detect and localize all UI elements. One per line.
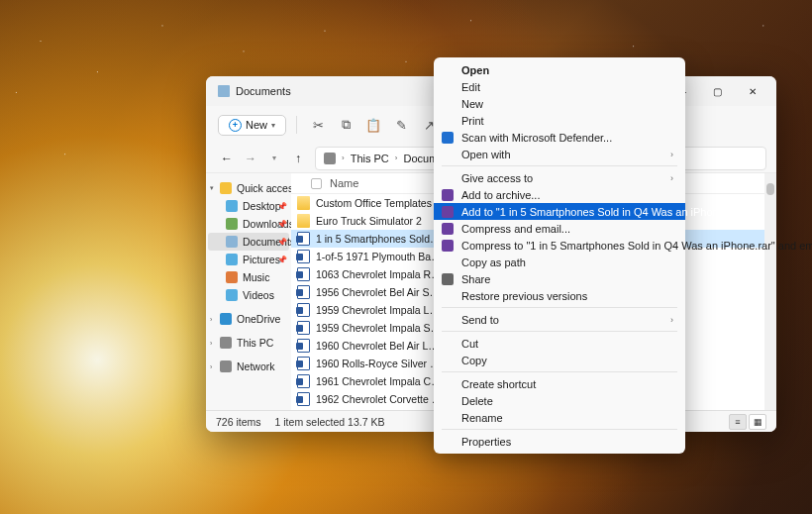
back-button[interactable]: ← bbox=[216, 147, 238, 170]
context-open[interactable]: Open bbox=[434, 61, 685, 78]
maximize-button[interactable]: ▢ bbox=[699, 76, 735, 106]
word-doc-icon bbox=[297, 232, 310, 246]
file-name: 1959 Chevrolet Impala Left America Searc… bbox=[316, 304, 443, 316]
menu-item-label: Send to bbox=[461, 314, 499, 326]
chevron-right-icon: › bbox=[342, 154, 345, 162]
sidebar-item-documents[interactable]: Documents📌 bbox=[208, 233, 289, 251]
menu-item-label: Cut bbox=[461, 338, 478, 350]
chevron-right-icon: › bbox=[670, 150, 673, 159]
word-doc-icon bbox=[297, 321, 310, 335]
menu-item-label: Compress and email... bbox=[461, 223, 570, 235]
menu-item-label: Give access to bbox=[461, 172, 533, 184]
context-send-to[interactable]: Send to› bbox=[434, 311, 685, 328]
menu-item-icon bbox=[442, 273, 454, 285]
network-icon bbox=[220, 360, 232, 372]
separator bbox=[442, 307, 677, 308]
separator bbox=[442, 165, 677, 166]
word-doc-icon bbox=[297, 357, 310, 370]
word-doc-icon bbox=[297, 392, 310, 406]
file-name: 1956 Chevrolet Bel Air Saved After 40 Ye… bbox=[316, 286, 443, 298]
pin-icon: 📌 bbox=[277, 238, 287, 247]
details-view-button[interactable]: ≡ bbox=[729, 414, 747, 430]
cut-icon[interactable]: ✂ bbox=[307, 114, 329, 136]
pc-icon bbox=[220, 337, 232, 349]
item-count: 726 items bbox=[216, 416, 261, 428]
word-doc-icon bbox=[297, 303, 310, 317]
chevron-down-icon: ▾ bbox=[271, 121, 275, 130]
context-compress-and-email-[interactable]: Compress and email... bbox=[434, 220, 685, 237]
chevron-down-icon: ▾ bbox=[210, 184, 214, 192]
word-doc-icon bbox=[297, 374, 310, 388]
context-add-to-1-in-5-smartphones-sold[interactable]: Add to "1 in 5 Smartphones Sold in Q4 Wa… bbox=[434, 203, 685, 220]
menu-item-label: Add to archive... bbox=[461, 189, 541, 201]
sidebar-this-pc[interactable]: ›This PC bbox=[208, 334, 289, 352]
breadcrumb[interactable]: This PC› bbox=[351, 153, 398, 164]
context-cut[interactable]: Cut bbox=[434, 335, 685, 352]
chevron-right-icon: › bbox=[670, 315, 673, 325]
folder-icon bbox=[297, 214, 310, 228]
menu-item-icon bbox=[442, 223, 454, 235]
menu-item-label: Create shortcut bbox=[461, 378, 536, 390]
menu-item-icon bbox=[442, 189, 454, 201]
menu-item-label: Open bbox=[461, 64, 489, 76]
context-compress-to-1-in-5-smartphones[interactable]: Compress to "1 in 5 Smartphones Sold in … bbox=[434, 237, 685, 254]
word-doc-icon bbox=[297, 267, 310, 281]
file-name: 1-of-5 1971 Plymouth Barracuda Flexes 38… bbox=[316, 251, 443, 262]
close-button[interactable]: ✕ bbox=[735, 76, 770, 106]
folder-icon bbox=[226, 218, 238, 230]
sidebar-network[interactable]: ›Network bbox=[208, 358, 289, 375]
chevron-right-icon: › bbox=[210, 316, 212, 323]
sidebar-item-pictures[interactable]: Pictures📌 bbox=[208, 251, 289, 268]
new-button[interactable]: +New▾ bbox=[218, 115, 286, 136]
file-name: 1960 Chevrolet Bel Air Looks Like It Has… bbox=[316, 340, 443, 352]
up-button[interactable]: ↑ bbox=[287, 147, 309, 170]
word-doc-icon bbox=[297, 339, 310, 353]
cloud-icon bbox=[220, 313, 232, 325]
sidebar-onedrive[interactable]: ›OneDrive bbox=[208, 310, 289, 328]
sidebar-item-desktop[interactable]: Desktop📌 bbox=[208, 197, 289, 215]
menu-item-label: Restore previous versions bbox=[461, 290, 587, 302]
context-new[interactable]: New bbox=[434, 95, 685, 112]
context-add-to-archive-[interactable]: Add to archive... bbox=[434, 186, 685, 203]
context-share[interactable]: Share bbox=[434, 270, 685, 287]
sidebar-item-downloads[interactable]: Downloads📌 bbox=[208, 215, 289, 233]
context-restore-previous-versions[interactable]: Restore previous versions bbox=[434, 287, 685, 304]
star-icon bbox=[220, 182, 232, 194]
context-open-with[interactable]: Open with› bbox=[434, 146, 685, 162]
menu-item-label: Delete bbox=[461, 395, 493, 407]
scrollbar[interactable] bbox=[764, 173, 776, 410]
forward-button[interactable]: → bbox=[240, 147, 261, 170]
sidebar-item-videos[interactable]: Videos bbox=[208, 286, 289, 304]
folder-icon bbox=[226, 254, 238, 265]
scrollbar-thumb[interactable] bbox=[766, 183, 774, 195]
context-scan-with-microsoft-defender-[interactable]: Scan with Microsoft Defender... bbox=[434, 129, 685, 146]
select-all-checkbox[interactable] bbox=[311, 178, 322, 189]
pin-icon: 📌 bbox=[277, 256, 287, 264]
context-properties[interactable]: Properties bbox=[434, 433, 685, 450]
plus-icon: + bbox=[229, 119, 242, 132]
paste-icon[interactable]: 📋 bbox=[362, 114, 384, 136]
copy-icon[interactable]: ⧉ bbox=[335, 114, 356, 136]
sidebar-quick-access[interactable]: ▾Quick access bbox=[208, 179, 289, 197]
context-edit[interactable]: Edit bbox=[434, 78, 685, 95]
word-doc-icon bbox=[297, 250, 310, 263]
context-copy-as-path[interactable]: Copy as path bbox=[434, 254, 685, 270]
context-print[interactable]: Print bbox=[434, 112, 685, 129]
thumbnails-view-button[interactable]: ▦ bbox=[749, 414, 766, 430]
folder-icon bbox=[226, 200, 238, 212]
context-rename[interactable]: Rename bbox=[434, 409, 685, 426]
context-delete[interactable]: Delete bbox=[434, 392, 685, 409]
menu-item-label: Scan with Microsoft Defender... bbox=[461, 132, 612, 144]
context-menu: OpenEditNewPrintScan with Microsoft Defe… bbox=[434, 57, 685, 454]
pin-icon: 📌 bbox=[277, 202, 287, 211]
context-give-access-to[interactable]: Give access to› bbox=[434, 169, 685, 186]
separator bbox=[442, 371, 677, 372]
sidebar-item-music[interactable]: Music bbox=[208, 268, 289, 286]
menu-item-icon bbox=[442, 132, 454, 144]
context-copy[interactable]: Copy bbox=[434, 352, 685, 368]
rename-icon[interactable]: ✎ bbox=[390, 114, 412, 136]
context-create-shortcut[interactable]: Create shortcut bbox=[434, 375, 685, 392]
menu-item-label: Edit bbox=[461, 81, 480, 93]
file-name: 1 in 5 Smartphones Sold in Q4 Was an iPh… bbox=[316, 233, 443, 245]
chevron-down-icon[interactable]: ▾ bbox=[263, 147, 285, 170]
